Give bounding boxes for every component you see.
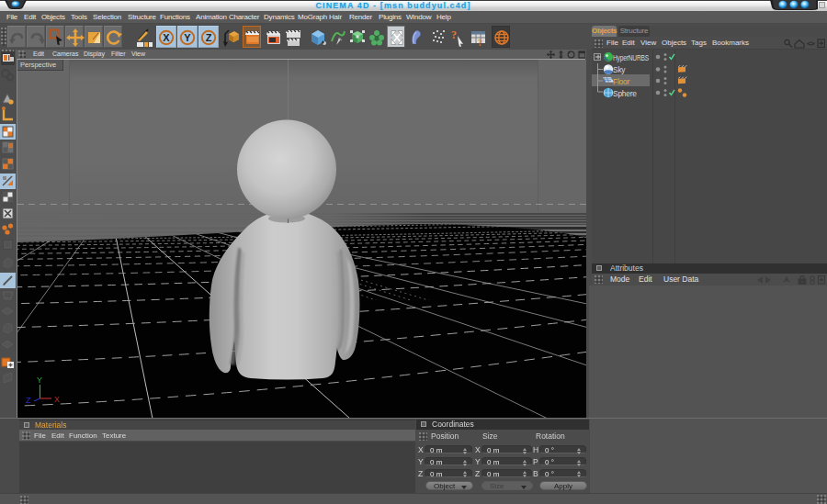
svg-text:HyperNURBS: HyperNURBS: [613, 53, 649, 62]
svg-text:X: X: [163, 32, 170, 43]
svg-text:Z: Z: [206, 32, 212, 43]
svg-text:?: ?: [478, 38, 482, 48]
svg-text:Y: Y: [184, 32, 191, 43]
svg-text:Floor: Floor: [613, 77, 629, 86]
svg-text:Sphere: Sphere: [613, 89, 637, 98]
svg-text:X: X: [54, 395, 60, 404]
svg-text:Z: Z: [26, 396, 31, 405]
svg-text:Y: Y: [37, 375, 42, 385]
svg-text:?: ?: [451, 28, 457, 41]
svg-text:Sky: Sky: [613, 65, 626, 74]
